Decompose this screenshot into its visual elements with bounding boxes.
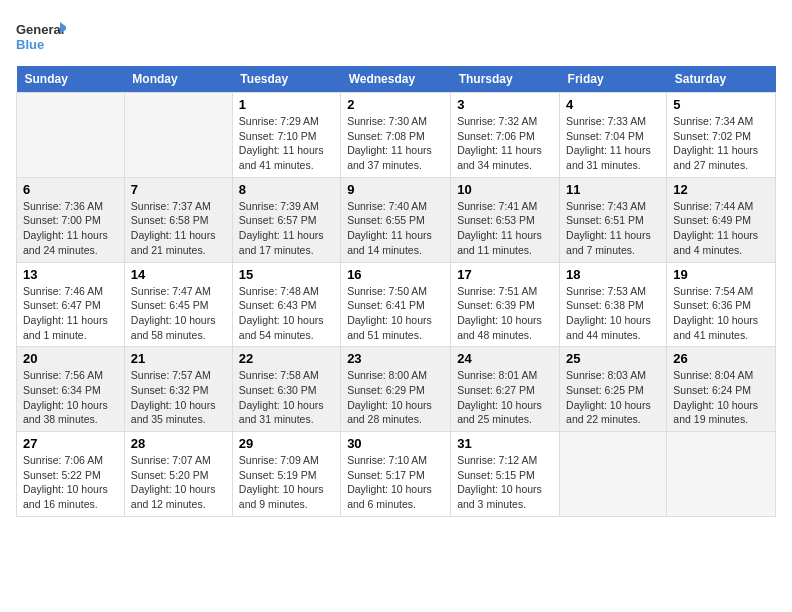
day-info: Sunrise: 7:51 AM Sunset: 6:39 PM Dayligh…: [457, 284, 553, 343]
day-info: Sunrise: 8:04 AM Sunset: 6:24 PM Dayligh…: [673, 368, 769, 427]
logo-icon: General Blue: [16, 16, 66, 56]
sunset-text: Sunset: 6:29 PM: [347, 384, 425, 396]
sunset-text: Sunset: 6:55 PM: [347, 214, 425, 226]
day-number: 27: [23, 436, 118, 451]
calendar-day-8: 8 Sunrise: 7:39 AM Sunset: 6:57 PM Dayli…: [232, 177, 340, 262]
calendar-week-row: 13 Sunrise: 7:46 AM Sunset: 6:47 PM Dayl…: [17, 262, 776, 347]
sunset-text: Sunset: 6:34 PM: [23, 384, 101, 396]
col-header-friday: Friday: [560, 66, 667, 93]
sunrise-text: Sunrise: 7:48 AM: [239, 285, 319, 297]
day-info: Sunrise: 7:53 AM Sunset: 6:38 PM Dayligh…: [566, 284, 660, 343]
daylight-text: Daylight: 11 hours and 17 minutes.: [239, 229, 324, 256]
sunrise-text: Sunrise: 7:41 AM: [457, 200, 537, 212]
day-number: 31: [457, 436, 553, 451]
sunrise-text: Sunrise: 7:57 AM: [131, 369, 211, 381]
sunset-text: Sunset: 6:32 PM: [131, 384, 209, 396]
sunset-text: Sunset: 6:27 PM: [457, 384, 535, 396]
calendar-table: SundayMondayTuesdayWednesdayThursdayFrid…: [16, 66, 776, 517]
daylight-text: Daylight: 10 hours and 51 minutes.: [347, 314, 432, 341]
calendar-day-30: 30 Sunrise: 7:10 AM Sunset: 5:17 PM Dayl…: [341, 432, 451, 517]
calendar-day-empty: [17, 93, 125, 178]
daylight-text: Daylight: 10 hours and 3 minutes.: [457, 483, 542, 510]
sunrise-text: Sunrise: 7:39 AM: [239, 200, 319, 212]
calendar-day-1: 1 Sunrise: 7:29 AM Sunset: 7:10 PM Dayli…: [232, 93, 340, 178]
calendar-day-15: 15 Sunrise: 7:48 AM Sunset: 6:43 PM Dayl…: [232, 262, 340, 347]
calendar-day-26: 26 Sunrise: 8:04 AM Sunset: 6:24 PM Dayl…: [667, 347, 776, 432]
sunset-text: Sunset: 6:30 PM: [239, 384, 317, 396]
sunrise-text: Sunrise: 7:58 AM: [239, 369, 319, 381]
sunset-text: Sunset: 5:19 PM: [239, 469, 317, 481]
daylight-text: Daylight: 11 hours and 27 minutes.: [673, 144, 758, 171]
day-info: Sunrise: 7:57 AM Sunset: 6:32 PM Dayligh…: [131, 368, 226, 427]
sunset-text: Sunset: 6:58 PM: [131, 214, 209, 226]
daylight-text: Daylight: 10 hours and 6 minutes.: [347, 483, 432, 510]
day-info: Sunrise: 7:36 AM Sunset: 7:00 PM Dayligh…: [23, 199, 118, 258]
sunrise-text: Sunrise: 7:06 AM: [23, 454, 103, 466]
day-info: Sunrise: 7:39 AM Sunset: 6:57 PM Dayligh…: [239, 199, 334, 258]
day-info: Sunrise: 7:07 AM Sunset: 5:20 PM Dayligh…: [131, 453, 226, 512]
day-number: 13: [23, 267, 118, 282]
daylight-text: Daylight: 11 hours and 7 minutes.: [566, 229, 651, 256]
sunrise-text: Sunrise: 8:01 AM: [457, 369, 537, 381]
day-info: Sunrise: 7:32 AM Sunset: 7:06 PM Dayligh…: [457, 114, 553, 173]
day-number: 24: [457, 351, 553, 366]
day-number: 5: [673, 97, 769, 112]
calendar-day-18: 18 Sunrise: 7:53 AM Sunset: 6:38 PM Dayl…: [560, 262, 667, 347]
calendar-day-empty: [560, 432, 667, 517]
sunrise-text: Sunrise: 7:10 AM: [347, 454, 427, 466]
calendar-day-24: 24 Sunrise: 8:01 AM Sunset: 6:27 PM Dayl…: [451, 347, 560, 432]
sunset-text: Sunset: 7:04 PM: [566, 130, 644, 142]
day-number: 23: [347, 351, 444, 366]
sunset-text: Sunset: 6:38 PM: [566, 299, 644, 311]
sunrise-text: Sunrise: 7:40 AM: [347, 200, 427, 212]
day-info: Sunrise: 7:56 AM Sunset: 6:34 PM Dayligh…: [23, 368, 118, 427]
day-number: 29: [239, 436, 334, 451]
day-info: Sunrise: 7:44 AM Sunset: 6:49 PM Dayligh…: [673, 199, 769, 258]
daylight-text: Daylight: 11 hours and 21 minutes.: [131, 229, 216, 256]
day-info: Sunrise: 7:06 AM Sunset: 5:22 PM Dayligh…: [23, 453, 118, 512]
day-info: Sunrise: 7:12 AM Sunset: 5:15 PM Dayligh…: [457, 453, 553, 512]
calendar-header-row: SundayMondayTuesdayWednesdayThursdayFrid…: [17, 66, 776, 93]
daylight-text: Daylight: 11 hours and 11 minutes.: [457, 229, 542, 256]
sunrise-text: Sunrise: 7:12 AM: [457, 454, 537, 466]
sunrise-text: Sunrise: 7:46 AM: [23, 285, 103, 297]
day-info: Sunrise: 7:41 AM Sunset: 6:53 PM Dayligh…: [457, 199, 553, 258]
calendar-day-12: 12 Sunrise: 7:44 AM Sunset: 6:49 PM Dayl…: [667, 177, 776, 262]
daylight-text: Daylight: 10 hours and 48 minutes.: [457, 314, 542, 341]
day-number: 10: [457, 182, 553, 197]
day-number: 28: [131, 436, 226, 451]
sunset-text: Sunset: 6:47 PM: [23, 299, 101, 311]
sunset-text: Sunset: 6:51 PM: [566, 214, 644, 226]
daylight-text: Daylight: 10 hours and 22 minutes.: [566, 399, 651, 426]
daylight-text: Daylight: 11 hours and 1 minute.: [23, 314, 108, 341]
calendar-day-27: 27 Sunrise: 7:06 AM Sunset: 5:22 PM Dayl…: [17, 432, 125, 517]
day-info: Sunrise: 7:30 AM Sunset: 7:08 PM Dayligh…: [347, 114, 444, 173]
sunrise-text: Sunrise: 7:56 AM: [23, 369, 103, 381]
calendar-day-22: 22 Sunrise: 7:58 AM Sunset: 6:30 PM Dayl…: [232, 347, 340, 432]
sunset-text: Sunset: 6:24 PM: [673, 384, 751, 396]
daylight-text: Daylight: 11 hours and 24 minutes.: [23, 229, 108, 256]
day-info: Sunrise: 7:54 AM Sunset: 6:36 PM Dayligh…: [673, 284, 769, 343]
sunrise-text: Sunrise: 7:51 AM: [457, 285, 537, 297]
sunset-text: Sunset: 6:53 PM: [457, 214, 535, 226]
daylight-text: Daylight: 10 hours and 25 minutes.: [457, 399, 542, 426]
calendar-day-20: 20 Sunrise: 7:56 AM Sunset: 6:34 PM Dayl…: [17, 347, 125, 432]
day-number: 12: [673, 182, 769, 197]
day-number: 19: [673, 267, 769, 282]
day-info: Sunrise: 7:40 AM Sunset: 6:55 PM Dayligh…: [347, 199, 444, 258]
sunset-text: Sunset: 6:49 PM: [673, 214, 751, 226]
sunrise-text: Sunrise: 7:07 AM: [131, 454, 211, 466]
sunset-text: Sunset: 7:06 PM: [457, 130, 535, 142]
day-info: Sunrise: 8:00 AM Sunset: 6:29 PM Dayligh…: [347, 368, 444, 427]
sunset-text: Sunset: 7:02 PM: [673, 130, 751, 142]
page-header: General Blue: [16, 16, 776, 56]
daylight-text: Daylight: 10 hours and 44 minutes.: [566, 314, 651, 341]
daylight-text: Daylight: 11 hours and 14 minutes.: [347, 229, 432, 256]
day-number: 9: [347, 182, 444, 197]
sunrise-text: Sunrise: 7:37 AM: [131, 200, 211, 212]
day-number: 14: [131, 267, 226, 282]
col-header-sunday: Sunday: [17, 66, 125, 93]
day-info: Sunrise: 7:48 AM Sunset: 6:43 PM Dayligh…: [239, 284, 334, 343]
day-number: 17: [457, 267, 553, 282]
daylight-text: Daylight: 11 hours and 31 minutes.: [566, 144, 651, 171]
